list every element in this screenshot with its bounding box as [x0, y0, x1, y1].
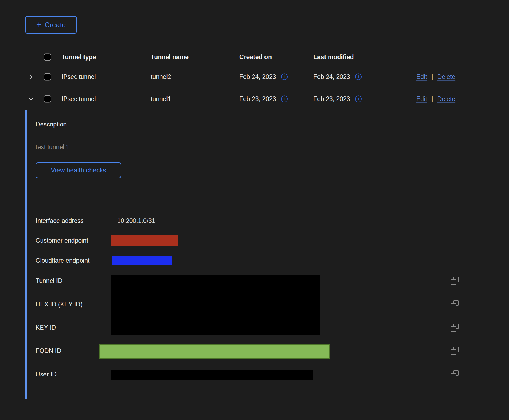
column-header-tunnel-type: Tunnel type: [62, 53, 96, 61]
copy-tunnel-id-icon[interactable]: [451, 277, 459, 285]
description-label: Description: [36, 121, 67, 128]
delete-link[interactable]: Delete: [437, 95, 455, 102]
tunnel-name-cell: tunnel2: [151, 73, 171, 81]
row-checkbox[interactable]: [44, 73, 51, 81]
view-health-checks-button[interactable]: View health checks: [36, 162, 121, 178]
tunnels-table: Tunnel type Tunnel name Created on Last …: [25, 48, 472, 110]
fqdn-id-label: FQDN ID: [36, 347, 61, 355]
created-on-cell: Feb 23, 2023: [239, 95, 276, 102]
section-divider: [36, 196, 461, 196]
action-separator: |: [431, 95, 433, 102]
created-on-cell: Feb 24, 2023: [239, 73, 276, 81]
customer-endpoint-label: Customer endpoint: [36, 237, 88, 244]
tunnels-page: + Create Tunnel type Tunnel name Created…: [0, 0, 509, 420]
table-row: IPsec tunnel tunnel2 Feb 24, 2023 i Feb …: [25, 66, 472, 88]
fqdn-id-redaction: [99, 344, 330, 359]
cloudflare-endpoint-redaction: [112, 256, 172, 265]
plus-icon: +: [36, 20, 42, 29]
copy-fqdn-id-icon[interactable]: [451, 347, 459, 355]
tunnel-id-label: Tunnel ID: [36, 277, 62, 285]
expanded-row-panel: Description test tunnel 1 View health ch…: [25, 110, 472, 399]
ids-redaction: [111, 275, 320, 335]
hex-id-label: HEX ID (KEY ID): [36, 301, 82, 308]
last-modified-cell: Feb 24, 2023: [313, 73, 350, 81]
interface-address-label: Interface address: [36, 217, 84, 225]
tunnel-type-cell: IPsec tunnel: [62, 73, 96, 81]
select-all-checkbox[interactable]: [44, 53, 51, 61]
copy-key-id-icon[interactable]: [451, 324, 459, 332]
info-icon[interactable]: i: [355, 95, 362, 102]
cloudflare-endpoint-label: Cloudflare endpoint: [36, 257, 89, 264]
tunnel-type-cell: IPsec tunnel: [62, 95, 96, 102]
customer-endpoint-redaction: [111, 235, 178, 246]
key-id-label: KEY ID: [36, 324, 56, 331]
info-icon[interactable]: i: [281, 74, 288, 80]
user-id-redaction: [111, 370, 313, 380]
table-header-row: Tunnel type Tunnel name Created on Last …: [25, 48, 472, 66]
chevron-down-icon[interactable]: [28, 95, 35, 102]
info-icon[interactable]: i: [281, 95, 288, 102]
interface-address-value: 10.200.1.0/31: [117, 217, 155, 225]
column-header-last-modified: Last modified: [313, 53, 354, 61]
row-checkbox[interactable]: [44, 95, 51, 102]
edit-link[interactable]: Edit: [416, 73, 427, 81]
description-value: test tunnel 1: [36, 143, 69, 151]
info-icon[interactable]: i: [355, 74, 362, 80]
user-id-label: User ID: [36, 371, 57, 378]
table-row: IPsec tunnel tunnel1 Feb 23, 2023 i Feb …: [25, 88, 472, 110]
create-button[interactable]: + Create: [25, 16, 77, 34]
create-button-label: Create: [45, 21, 66, 29]
chevron-right-icon[interactable]: [28, 74, 34, 80]
action-separator: |: [431, 73, 433, 81]
copy-user-id-icon[interactable]: [451, 370, 459, 378]
column-header-tunnel-name: Tunnel name: [151, 53, 189, 61]
delete-link[interactable]: Delete: [437, 73, 455, 81]
edit-link[interactable]: Edit: [416, 95, 427, 102]
column-header-created-on: Created on: [239, 53, 272, 61]
last-modified-cell: Feb 23, 2023: [313, 95, 350, 102]
copy-hex-id-icon[interactable]: [451, 300, 459, 308]
tunnel-name-cell: tunnel1: [151, 95, 171, 102]
